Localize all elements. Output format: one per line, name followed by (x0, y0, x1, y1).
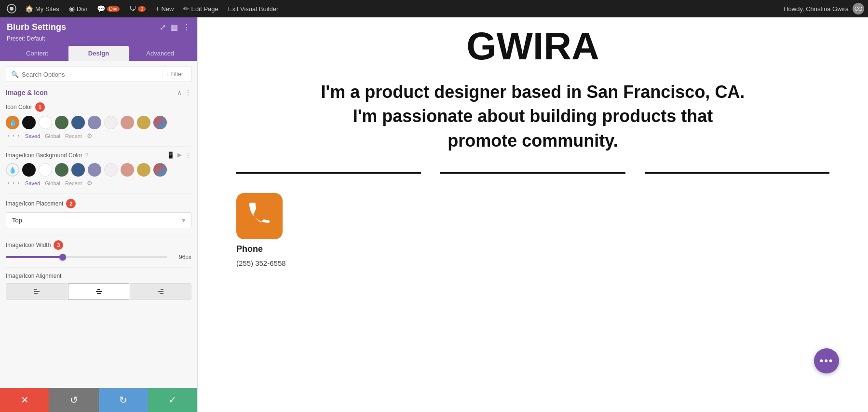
site-title: GWIRA (227, 27, 839, 66)
section-more-icon[interactable]: ⋮ (185, 89, 191, 96)
help-icon[interactable]: ? (85, 152, 89, 159)
my-sites-label: My Sites (35, 5, 59, 13)
bg-gear-icon[interactable]: ⚙ (87, 179, 93, 187)
image-icon-section: Image & Icon ∧ ⋮ Icon Color 1 💧 (6, 89, 191, 300)
tab-advanced[interactable]: Advanced (130, 46, 190, 61)
edit-page-menu[interactable]: ✏ Edit Page (179, 0, 222, 17)
tab-content[interactable]: Content (7, 46, 68, 61)
expand-icon[interactable]: ⤢ (160, 23, 166, 32)
alignment-buttons (6, 283, 191, 300)
color-swatch-black[interactable] (22, 116, 36, 129)
bg-more-icon[interactable]: ⋮ (185, 151, 191, 159)
align-left-btn[interactable] (6, 283, 68, 300)
placement-select-wrapper: Top Bottom Left Right ▼ (6, 212, 191, 228)
new-menu[interactable]: + New (151, 0, 177, 17)
bg-swatch-black[interactable] (22, 163, 36, 177)
icon-color-meta: • • • Saved Global Recent ⚙ (6, 132, 191, 139)
cancel-button[interactable]: ✕ (0, 388, 49, 412)
bg-dots[interactable]: • • • (8, 180, 20, 186)
color-swatch-gradient[interactable] (153, 116, 167, 129)
exit-vb-menu[interactable]: Exit Visual Builder (224, 0, 283, 17)
bg-color-eyedropper[interactable]: 💧 (6, 163, 19, 177)
new-label: New (161, 5, 174, 13)
icon-color-label: Icon Color 1 (6, 102, 191, 112)
align-left-icon (33, 288, 41, 295)
color-swatch-purple[interactable] (88, 116, 101, 129)
bg-swatch-gold[interactable] (137, 163, 150, 177)
divider-4 (6, 267, 191, 268)
icon-color-label-text: Icon Color (6, 104, 32, 110)
avatar[interactable]: CG (853, 3, 864, 14)
bio-text: I'm a product designer based in San Fran… (316, 80, 750, 153)
width-label-text: Image/Icon Width (6, 242, 51, 248)
phone-value: (255) 352-6558 (236, 259, 286, 267)
icon-color-eyedropper[interactable]: 💧 (6, 116, 19, 129)
phone-svg-icon (246, 203, 273, 230)
bg-swatch-blue[interactable] (71, 163, 85, 177)
align-center-btn[interactable] (68, 283, 130, 300)
device-icon[interactable]: 📱 (167, 151, 175, 159)
more-panel-icon[interactable]: ⋮ (183, 23, 190, 32)
color-swatch-blue[interactable] (71, 116, 85, 129)
divi-icon: ◉ (69, 5, 75, 13)
alignment-setting: Image/Icon Alignment (6, 273, 191, 300)
undo-button[interactable]: ↺ (49, 388, 98, 412)
plus-icon: + (155, 5, 159, 13)
icon-gear-icon[interactable]: ⚙ (87, 132, 93, 139)
filter-button[interactable]: + Filter (162, 70, 186, 79)
bg-global-label: Global (45, 180, 60, 186)
alignment-label-text: Image/Icon Alignment (6, 273, 61, 279)
my-sites-menu[interactable]: 🏠 My Sites (21, 0, 63, 17)
tab-design[interactable]: Design (68, 46, 129, 61)
placement-select[interactable]: Top Bottom Left Right (6, 212, 191, 228)
icon-color-swatches: 💧 (6, 116, 191, 129)
color-swatch-light[interactable] (104, 116, 118, 129)
svg-rect-10 (160, 293, 163, 294)
divi-menu[interactable]: ◉ Divi (65, 0, 91, 17)
color-swatch-green[interactable] (55, 116, 68, 129)
bg-color-setting: Image/Icon Background Color ? 📱 ▶ ⋮ 💧 (6, 151, 191, 187)
align-right-icon (157, 288, 164, 295)
canvas-area: GWIRA I'm a product designer based in Sa… (198, 17, 868, 412)
color-swatch-gold[interactable] (137, 116, 150, 129)
icon-dots[interactable]: • • • (8, 133, 20, 138)
icon-color-setting: Icon Color 1 💧 (6, 102, 191, 139)
svg-rect-5 (97, 289, 100, 290)
bg-color-meta: • • • Saved Global Recent ⚙ (6, 179, 191, 187)
admin-bar: 🏠 My Sites ◉ Divi 💬 Divi 🗨 0 + New ✏ Edi… (0, 0, 868, 17)
svg-rect-7 (97, 293, 101, 294)
comments-menu[interactable]: 💬 Divi (93, 0, 124, 17)
collapse-icon[interactable]: ∧ (177, 89, 182, 96)
align-right-btn[interactable] (130, 283, 191, 300)
arrow-right-icon[interactable]: ▶ (177, 151, 182, 159)
svg-rect-6 (96, 291, 102, 292)
panel-title: Blurb Settings (7, 22, 66, 32)
bg-swatch-white[interactable] (39, 163, 52, 177)
svg-rect-9 (158, 291, 163, 292)
save-button[interactable]: ✓ (148, 388, 197, 412)
preset-dropdown[interactable]: Preset: Default (7, 35, 190, 42)
edit-page-label: Edit Page (191, 5, 218, 13)
divider-line-3 (645, 172, 829, 174)
svg-rect-3 (34, 291, 40, 292)
width-slider-thumb[interactable] (59, 254, 66, 261)
color-swatch-white[interactable] (39, 116, 52, 129)
width-slider-track (6, 256, 167, 258)
icon-recent-label: Recent (65, 133, 82, 139)
search-input[interactable] (22, 71, 159, 78)
divider-2 (6, 193, 191, 194)
color-swatch-rose[interactable] (121, 116, 134, 129)
bg-swatch-green[interactable] (55, 163, 68, 177)
layout-icon[interactable]: ▦ (171, 23, 178, 32)
bg-swatch-gradient[interactable] (153, 163, 167, 177)
svg-rect-4 (34, 293, 38, 294)
divi-label: Divi (77, 5, 87, 13)
bg-swatch-rose[interactable] (121, 163, 134, 177)
float-dots-button[interactable]: ••• (814, 348, 839, 373)
wp-logo-icon[interactable] (4, 0, 19, 17)
bg-swatch-light[interactable] (104, 163, 118, 177)
redo-button[interactable]: ↻ (99, 388, 148, 412)
divider-line-2 (440, 172, 625, 174)
comments2-menu[interactable]: 🗨 0 (125, 0, 149, 17)
bg-swatch-purple[interactable] (88, 163, 101, 177)
